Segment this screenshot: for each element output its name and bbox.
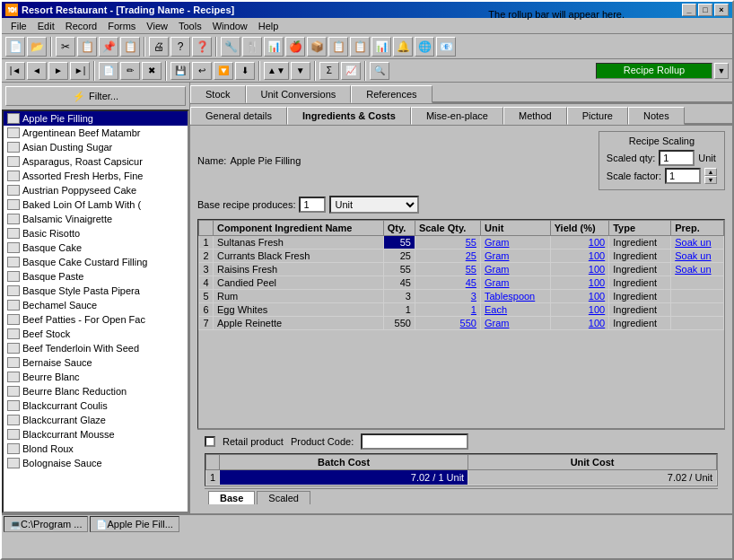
menu-file[interactable]: File bbox=[5, 20, 32, 32]
menu-view[interactable]: View bbox=[141, 20, 173, 32]
tool4-button[interactable]: 🍎 bbox=[285, 37, 305, 57]
sidebar-item-19[interactable]: Beurre Blanc Reduction bbox=[4, 384, 188, 398]
sidebar-item-16[interactable]: Beef Tenderloin With Seed bbox=[4, 341, 188, 355]
sidebar-item-3[interactable]: Asparagus, Roast Capsicur bbox=[4, 154, 188, 169]
yield-link-4[interactable]: 100 bbox=[589, 291, 605, 302]
scale-qty-link-5[interactable]: 1 bbox=[471, 304, 476, 315]
unit-link-2[interactable]: Gram bbox=[485, 264, 510, 275]
copy-button[interactable]: 📋 bbox=[77, 37, 97, 57]
tool6-button[interactable]: 📋 bbox=[328, 37, 348, 57]
unit-link-6[interactable]: Gram bbox=[485, 318, 510, 328]
nav-delete[interactable]: ✖ bbox=[142, 62, 162, 80]
nav-first[interactable]: |◄ bbox=[5, 62, 25, 80]
yield-link-5[interactable]: 100 bbox=[589, 304, 605, 315]
nav-prev[interactable]: ◄ bbox=[27, 62, 47, 80]
yield-link-1[interactable]: 100 bbox=[589, 250, 605, 261]
tool11-button[interactable]: 📧 bbox=[436, 37, 456, 57]
tab2-3[interactable]: Method bbox=[503, 107, 567, 125]
filter-button[interactable]: ⚡ Filter... bbox=[5, 86, 186, 106]
unit-link-0[interactable]: Gram bbox=[485, 237, 510, 248]
tab1-2[interactable]: References bbox=[351, 85, 432, 103]
nav-search[interactable]: 🔍 bbox=[370, 62, 389, 80]
yield-link-6[interactable]: 100 bbox=[589, 318, 605, 328]
sidebar-item-12[interactable]: Basque Style Pasta Pipera bbox=[4, 284, 188, 298]
sidebar-item-8[interactable]: Basic Risotto bbox=[4, 226, 188, 241]
scale-qty-link-1[interactable]: 25 bbox=[466, 250, 476, 261]
yield-link-2[interactable]: 100 bbox=[589, 264, 605, 275]
bottom-tab-1[interactable]: Scaled bbox=[257, 491, 310, 504]
product-code-input[interactable] bbox=[361, 433, 468, 450]
nav-calc[interactable]: Σ bbox=[319, 62, 339, 80]
sidebar-item-18[interactable]: Beurre Blanc bbox=[4, 370, 188, 384]
sidebar-item-7[interactable]: Balsamic Vinaigrette bbox=[4, 212, 188, 226]
close-button[interactable]: × bbox=[714, 4, 729, 16]
prep-link-0[interactable]: Soak un bbox=[675, 237, 711, 248]
tab2-0[interactable]: General details bbox=[190, 107, 287, 125]
tool7-button[interactable]: 📋 bbox=[350, 37, 370, 57]
print-button[interactable]: 🖨 bbox=[149, 37, 169, 57]
scale-qty-link-4[interactable]: 3 bbox=[471, 291, 476, 302]
nav-add[interactable]: 📄 bbox=[99, 62, 118, 80]
prep-link-1[interactable]: Soak un bbox=[675, 250, 711, 261]
minimize-button[interactable]: _ bbox=[682, 4, 696, 16]
menu-help[interactable]: Help bbox=[253, 20, 284, 32]
sidebar-item-2[interactable]: Asian Dusting Sugar bbox=[4, 140, 188, 154]
tab1-0[interactable]: Stock bbox=[190, 85, 246, 103]
unit-link-3[interactable]: Gram bbox=[485, 277, 510, 288]
sidebar-item-24[interactable]: Bolognaise Sauce bbox=[4, 456, 188, 470]
sidebar-item-4[interactable]: Assorted Fresh Herbs, Fine bbox=[4, 169, 188, 183]
nav-chart[interactable]: 📈 bbox=[341, 62, 361, 80]
cut-button[interactable]: ✂ bbox=[56, 37, 75, 57]
menu-forms[interactable]: Forms bbox=[102, 20, 141, 32]
nav-save[interactable]: 💾 bbox=[170, 62, 190, 80]
menu-record[interactable]: Record bbox=[60, 20, 102, 32]
sidebar-item-20[interactable]: Blackcurrant Coulis bbox=[4, 398, 188, 413]
prep-link-2[interactable]: Soak un bbox=[675, 264, 711, 275]
bottom-tab-0[interactable]: Base bbox=[208, 491, 255, 504]
sidebar-item-0[interactable]: Apple Pie Filling bbox=[4, 111, 188, 126]
sidebar-item-15[interactable]: Beef Stock bbox=[4, 327, 188, 341]
nav-edit[interactable]: ✏ bbox=[120, 62, 140, 80]
spin-down[interactable]: ▼ bbox=[704, 176, 717, 184]
tab2-4[interactable]: Picture bbox=[567, 107, 628, 125]
yield-link-0[interactable]: 100 bbox=[589, 237, 605, 248]
tool3-button[interactable]: 📊 bbox=[264, 37, 284, 57]
spin-up[interactable]: ▲ bbox=[704, 168, 717, 176]
sidebar-list[interactable]: Apple Pie FillingArgentinean Beef Matamb… bbox=[2, 109, 189, 513]
unit-link-1[interactable]: Gram bbox=[485, 250, 510, 261]
retail-checkbox[interactable] bbox=[205, 436, 215, 447]
scale-factor-input[interactable] bbox=[665, 168, 701, 184]
unit-select[interactable]: Unit bbox=[329, 196, 419, 214]
tool8-button[interactable]: 📊 bbox=[371, 37, 391, 57]
tab2-5[interactable]: Notes bbox=[628, 107, 685, 125]
menu-tools[interactable]: Tools bbox=[173, 20, 207, 32]
spell-button[interactable]: ? bbox=[170, 37, 190, 57]
tool9-button[interactable]: 🔔 bbox=[393, 37, 413, 57]
yield-link-3[interactable]: 100 bbox=[589, 277, 605, 288]
nav-undo[interactable]: ↩ bbox=[192, 62, 212, 80]
rollup-dropdown[interactable]: ▼ bbox=[714, 63, 729, 79]
maximize-button[interactable]: □ bbox=[698, 4, 712, 16]
nav-filter[interactable]: 🔽 bbox=[214, 62, 233, 80]
tab1-1[interactable]: Unit Conversions bbox=[246, 85, 352, 103]
scale-qty-link-3[interactable]: 45 bbox=[466, 277, 476, 288]
sidebar-item-6[interactable]: Baked Loin Of Lamb With ( bbox=[4, 197, 188, 212]
rollup-input[interactable]: Recipe Rollup bbox=[596, 63, 712, 79]
nav-last[interactable]: ►| bbox=[70, 62, 90, 80]
nav-next[interactable]: ► bbox=[48, 62, 68, 80]
base-value-input[interactable] bbox=[299, 197, 326, 213]
sidebar-item-17[interactable]: Bernaise Sauce bbox=[4, 355, 188, 370]
menu-window[interactable]: Window bbox=[207, 20, 253, 32]
unit-link-5[interactable]: Each bbox=[485, 304, 507, 315]
tool2-button[interactable]: 🍴 bbox=[242, 37, 262, 57]
tool1-button[interactable]: 🔧 bbox=[221, 37, 240, 57]
tab2-1[interactable]: Ingredients & Costs bbox=[287, 107, 411, 125]
paste2-button[interactable]: 📋 bbox=[120, 37, 140, 57]
sidebar-item-13[interactable]: Bechamel Sauce bbox=[4, 298, 188, 312]
scale-qty-link-6[interactable]: 550 bbox=[460, 318, 476, 328]
sidebar-item-5[interactable]: Austrian Poppyseed Cake bbox=[4, 183, 188, 197]
paste-button[interactable]: 📌 bbox=[99, 37, 118, 57]
scaled-qty-input[interactable] bbox=[659, 150, 695, 166]
nav-filter2[interactable]: ⬇ bbox=[235, 62, 255, 80]
sidebar-item-14[interactable]: Beef Patties - For Open Fac bbox=[4, 312, 188, 327]
